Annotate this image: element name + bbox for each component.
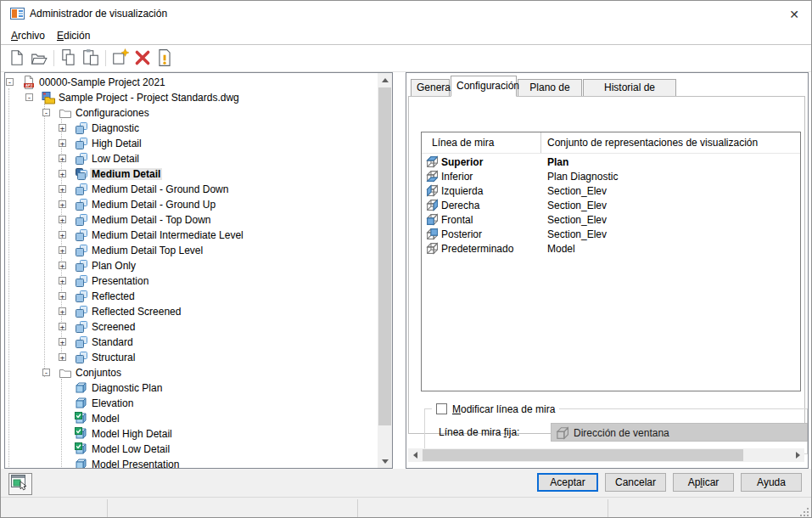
expand-icon[interactable]: + xyxy=(59,262,66,269)
direction-row-frontal[interactable]: FrontalSection_Elev xyxy=(422,212,800,227)
close-icon[interactable]: ✕ xyxy=(786,6,803,23)
expand-icon[interactable]: + xyxy=(59,292,66,300)
direction-row-derecha[interactable]: DerechaSection_Elev xyxy=(422,198,800,212)
footer-bar: AceptarCancelarAplicarAyuda xyxy=(1,469,811,497)
tree-item-elevation[interactable]: Elevation xyxy=(5,396,374,411)
resize-grip[interactable] xyxy=(799,507,809,517)
expand-icon[interactable]: + xyxy=(59,277,66,284)
tree-item-diagnostic-plan[interactable]: Diagnostic Plan xyxy=(5,380,374,396)
aplicar-button[interactable]: Aplicar xyxy=(673,473,734,492)
direction-cube-icon xyxy=(425,184,438,197)
tree-item-medium-detail-intermediate-level[interactable]: +Medium Detail Intermediate Level xyxy=(5,228,374,243)
aceptar-button[interactable]: Aceptar xyxy=(537,473,598,492)
tree-item-medium-detail-ground-up[interactable]: +Medium Detail - Ground Up xyxy=(5,197,374,212)
new-config-icon[interactable] xyxy=(111,48,130,67)
display-set-label: Section_Elev xyxy=(547,185,607,197)
paste-icon[interactable] xyxy=(81,48,100,67)
tree-item-00000-sample-project-2021[interactable]: -APJ00000-Sample Project 2021 xyxy=(5,75,374,90)
direction-row-inferior[interactable]: InferiorPlan Diagnostic xyxy=(422,169,800,183)
delete-icon[interactable] xyxy=(133,48,152,67)
tree-item-presentation[interactable]: +Presentation xyxy=(5,273,374,289)
tree-item-label: Diagnostic xyxy=(90,122,141,134)
tree-scroll-thumb[interactable] xyxy=(378,87,391,425)
expand-icon[interactable]: + xyxy=(59,155,66,162)
direction-row-posterior[interactable]: PosteriorSection_Elev xyxy=(422,227,800,241)
tree-item-model-presentation[interactable]: Model Presentation xyxy=(5,457,374,469)
tree-item-medium-detail[interactable]: +Medium Detail xyxy=(5,166,374,182)
tree-item-medium-detail-top-down[interactable]: +Medium Detail - Top Down xyxy=(5,212,374,228)
purge-icon[interactable] xyxy=(155,48,174,67)
scroll-down-icon[interactable] xyxy=(378,453,392,468)
copy-icon[interactable] xyxy=(59,48,78,67)
expand-icon[interactable]: + xyxy=(59,307,66,315)
expand-icon[interactable]: + xyxy=(59,200,66,208)
direction-cube-icon xyxy=(425,199,438,211)
tree-item-model-low-detail[interactable]: Model Low Detail xyxy=(5,442,374,457)
dwg-icon xyxy=(42,91,55,104)
tree-item-structural[interactable]: +Structural xyxy=(5,350,374,365)
tree-item-medium-detail-top-level[interactable]: +Medium Detail Top Level xyxy=(5,243,374,258)
view-direction-list: Línea de mira Conjunto de representacion… xyxy=(421,132,801,391)
tree-item-label: Medium Detail - Ground Up xyxy=(90,199,217,211)
direction-row-superior[interactable]: SuperiorPlan xyxy=(422,155,800,169)
tree-item-standard[interactable]: +Standard xyxy=(5,335,374,350)
config-icon xyxy=(75,198,88,211)
svg-text:APJ: APJ xyxy=(25,83,33,87)
tree-item-medium-detail-ground-down[interactable]: +Medium Detail - Ground Down xyxy=(5,182,374,197)
scroll-up-icon[interactable] xyxy=(378,73,392,87)
direction-row-predeterminado[interactable]: PredeterminadoModel xyxy=(422,241,800,256)
tree-item-sample-project-project-standards-dwg[interactable]: -Sample Project - Project Standards.dwg xyxy=(5,90,374,105)
tab-historial-de-versiones[interactable]: Historial de versiones xyxy=(583,79,676,97)
menu-item-edicin[interactable]: Edición xyxy=(53,29,93,42)
open-icon[interactable] xyxy=(30,48,48,67)
toolbar-separator xyxy=(53,50,54,66)
collapse-icon[interactable]: - xyxy=(6,78,14,86)
new-icon[interactable] xyxy=(8,48,26,67)
detail-scroll-thumb[interactable] xyxy=(423,449,743,461)
tree-item-plan-only[interactable]: +Plan Only xyxy=(5,258,374,273)
tree-item-conjuntos[interactable]: -Conjuntos xyxy=(5,365,374,380)
collapse-icon[interactable]: - xyxy=(42,369,50,376)
collapse-icon[interactable]: - xyxy=(25,93,33,101)
tab-plano-de-corte[interactable]: Plano de corte xyxy=(518,79,582,97)
menu-item-archivo[interactable]: Archivo xyxy=(8,29,48,42)
direction-row-izquierda[interactable]: IzquierdaSection_Elev xyxy=(422,183,800,198)
expand-icon[interactable]: + xyxy=(59,170,66,177)
tree-item-diagnostic[interactable]: +Diagnostic xyxy=(5,121,374,136)
display-manager-window: Administrador de visualización ✕ Archivo… xyxy=(0,0,812,518)
config-icon xyxy=(75,121,88,135)
expand-icon[interactable]: + xyxy=(59,185,66,193)
tab-general[interactable]: General xyxy=(411,79,450,97)
expand-icon[interactable]: + xyxy=(59,323,66,330)
tree-item-reflected-screened[interactable]: +Reflected Screened xyxy=(5,304,374,319)
scroll-left-icon[interactable] xyxy=(408,448,422,462)
expand-icon[interactable]: + xyxy=(59,246,66,254)
modify-view-direction-checkbox[interactable] xyxy=(436,403,447,414)
apply-to-viewport-button[interactable] xyxy=(8,473,32,495)
tab-configuraci-n[interactable]: Configuración xyxy=(451,76,517,97)
detail-horizontal-scrollbar[interactable] xyxy=(408,448,804,462)
tree-item-label: Diagnostic Plan xyxy=(90,382,164,394)
expand-icon[interactable]: + xyxy=(59,216,66,223)
tree-item-model-high-detail[interactable]: Model High Detail xyxy=(5,426,374,442)
tree-item-reflected[interactable]: +Reflected xyxy=(5,289,374,304)
expand-icon[interactable]: + xyxy=(59,353,66,361)
tree-item-high-detail[interactable]: +High Detail xyxy=(5,136,374,151)
cancelar-button[interactable]: Cancelar xyxy=(605,473,666,492)
collapse-icon[interactable]: - xyxy=(42,109,50,116)
tree-item-configuraciones[interactable]: -Configuraciones xyxy=(5,105,374,121)
expand-icon[interactable]: + xyxy=(59,124,66,132)
status-bar xyxy=(1,497,811,518)
config-icon xyxy=(75,228,88,242)
tree-item-label: Low Detail xyxy=(90,153,141,165)
project-tree: -APJ00000-Sample Project 2021-Sample Pro… xyxy=(4,72,393,469)
tree-vertical-scrollbar[interactable] xyxy=(378,73,392,468)
expand-icon[interactable]: + xyxy=(59,231,66,239)
tree-item-model[interactable]: Model xyxy=(5,411,374,426)
expand-icon[interactable]: + xyxy=(59,139,66,147)
tree-item-low-detail[interactable]: +Low Detail xyxy=(5,151,374,166)
expand-icon[interactable]: + xyxy=(59,338,66,346)
ayuda-button[interactable]: Ayuda xyxy=(741,473,802,492)
scroll-right-icon[interactable] xyxy=(791,448,804,462)
tree-item-screened[interactable]: +Screened xyxy=(5,319,374,335)
